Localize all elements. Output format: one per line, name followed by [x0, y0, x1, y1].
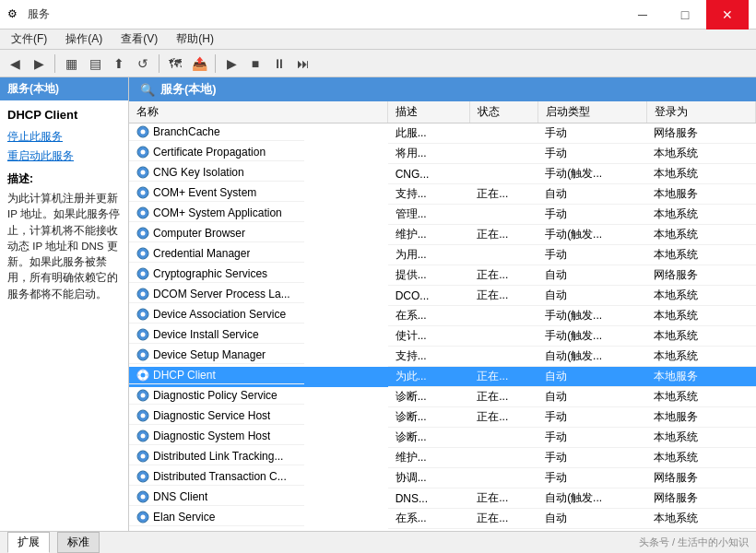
table-row[interactable]: Device Install Service 使计... 手动(触发... 本地…	[129, 326, 756, 347]
table-row[interactable]: DCOM Server Process La... DCO... 正在... 自…	[129, 286, 756, 306]
svg-rect-107	[147, 476, 149, 477]
svg-rect-38	[142, 248, 143, 251]
cell-startup: 自动	[537, 509, 646, 529]
menu-view[interactable]: 查看(V)	[113, 29, 165, 49]
back-button[interactable]: ◀	[4, 53, 26, 75]
svg-rect-16	[137, 171, 140, 172]
table-row[interactable]: Elan Service 在系... 正在... 自动 本地系统	[129, 509, 756, 529]
col-status[interactable]: 状态	[469, 101, 537, 124]
table-row[interactable]: Cryptographic Services 提供... 正在... 自动 网络…	[129, 265, 756, 286]
table-row[interactable]: Device Setup Manager 支持... 自动(触发... 本地系统	[129, 347, 756, 367]
menu-action[interactable]: 操作(A)	[58, 29, 110, 49]
map-button[interactable]: 🗺	[164, 53, 186, 75]
pause-button[interactable]: ⏸	[268, 53, 290, 75]
table-header-row: 名称 描述 状态 启动类型 登录为	[129, 101, 756, 124]
play-button[interactable]: ▶	[220, 53, 242, 75]
service-icon	[136, 206, 149, 219]
cell-status: 正在...	[469, 286, 537, 306]
cell-startup: 手动	[537, 448, 646, 468]
svg-rect-10	[137, 151, 140, 152]
up-button[interactable]: ⬆	[108, 53, 130, 75]
cell-logon: 本地服务	[646, 367, 755, 387]
svg-rect-41	[147, 253, 149, 253]
col-desc[interactable]: 描述	[388, 101, 470, 124]
tab-standard[interactable]: 标准	[57, 532, 100, 553]
cell-startup: 手动	[537, 407, 646, 428]
view-button-1[interactable]: ▦	[60, 53, 82, 75]
forward-button[interactable]: ▶	[28, 53, 50, 75]
table-row[interactable]: Diagnostic System Host 诊断... 手动 本地系统	[129, 428, 756, 448]
svg-rect-34	[137, 232, 140, 233]
maximize-button[interactable]: □	[664, 0, 706, 29]
col-name[interactable]: 名称	[129, 101, 388, 124]
svg-rect-4	[137, 131, 140, 132]
table-row[interactable]: Certificate Propagation 将用... 手动 本地系统	[129, 144, 756, 164]
table-row[interactable]: Diagnostic Service Host 诊断... 正在... 手动 本…	[129, 407, 756, 428]
restart-service-link[interactable]: 重启动此服务	[7, 148, 121, 164]
cell-logon: 本地系统	[646, 326, 755, 347]
svg-point-43	[141, 271, 146, 276]
svg-rect-110	[142, 491, 143, 494]
table-scroll-area[interactable]: 名称 描述 状态 启动类型 登录为 BranchCache 此服... 手动 网…	[129, 101, 756, 531]
cell-logon: 本地服务	[646, 184, 755, 205]
cell-logon: 本地服务	[646, 407, 755, 428]
table-row[interactable]: CNG Key Isolation CNG... 手动(触发... 本地系统	[129, 164, 756, 184]
table-row[interactable]: Device Association Service 在系... 手动(触发..…	[129, 306, 756, 326]
menu-help[interactable]: 帮助(H)	[169, 29, 221, 49]
toolbar-sep-1	[54, 54, 55, 73]
service-icon	[136, 450, 149, 463]
cell-desc: 诊断...	[388, 387, 470, 407]
cell-name: Cryptographic Services	[129, 265, 304, 283]
table-row[interactable]: Computer Browser 维护... 正在... 手动(触发... 本地…	[129, 225, 756, 245]
col-logon[interactable]: 登录为	[646, 101, 755, 124]
svg-point-13	[141, 170, 146, 174]
svg-rect-83	[147, 394, 149, 395]
svg-rect-9	[142, 155, 143, 158]
svg-rect-35	[147, 232, 149, 233]
svg-rect-69	[142, 358, 143, 360]
tab-extend[interactable]: 扩展	[7, 532, 50, 553]
cell-logon: 本地系统	[646, 245, 755, 265]
minimize-button[interactable]: ─	[621, 0, 664, 29]
title-bar-left: ⚙ 服务	[7, 6, 50, 22]
stop-service-link[interactable]: 停止此服务	[7, 129, 121, 145]
table-row[interactable]: Distributed Link Tracking... 维护... 手动 本地…	[129, 448, 756, 468]
menu-file[interactable]: 文件(F)	[4, 29, 54, 49]
export-button[interactable]: 📤	[188, 53, 210, 75]
table-row[interactable]: DHCP Client 为此... 正在... 自动 本地服务	[129, 367, 756, 387]
col-startup[interactable]: 启动类型	[537, 101, 646, 124]
cell-name: Device Setup Manager	[129, 347, 304, 364]
svg-rect-45	[142, 276, 143, 279]
table-row[interactable]: Distributed Transaction C... 协调... 手动 网络…	[129, 468, 756, 488]
close-button[interactable]: ✕	[706, 0, 749, 29]
cell-status: 正在...	[469, 387, 537, 407]
table-row[interactable]: Credential Manager 为用... 手动 本地系统	[129, 245, 756, 265]
svg-rect-51	[142, 297, 143, 300]
svg-rect-86	[142, 410, 143, 413]
svg-point-37	[141, 251, 146, 255]
cell-logon: 本地系统	[646, 144, 755, 164]
cell-name: Device Association Service	[129, 306, 304, 324]
sidebar: 服务(本地) DHCP Client 停止此服务 重启动此服务 描述: 为此计算…	[0, 77, 129, 531]
table-row[interactable]: Diagnostic Policy Service 诊断... 正在... 自动…	[129, 387, 756, 407]
cell-logon: 本地系统	[646, 164, 755, 184]
service-icon	[136, 348, 149, 361]
sidebar-desc-label: 描述:	[7, 171, 121, 187]
table-row[interactable]: COM+ System Application 管理... 手动 本地系统	[129, 205, 756, 225]
cell-status	[469, 306, 537, 326]
stop-button[interactable]: ■	[244, 53, 266, 75]
cell-name: Computer Browser	[129, 225, 304, 242]
table-row[interactable]: BranchCache 此服... 手动 网络服务	[129, 124, 756, 144]
skip-button[interactable]: ⏭	[292, 53, 314, 75]
svg-rect-59	[147, 313, 149, 314]
table-row[interactable]: DNS Client DNS... 正在... 自动(触发... 网络服务	[129, 488, 756, 509]
view-button-2[interactable]: ▤	[84, 53, 106, 75]
service-icon	[136, 247, 149, 260]
toolbar-sep-3	[215, 54, 216, 73]
cell-logon: 本地系统	[646, 306, 755, 326]
cell-startup: 手动	[537, 468, 646, 488]
right-panel: 🔍 服务(本地) 名称 描述 状态 启动类型 登录为	[129, 77, 756, 531]
refresh-button[interactable]: ↺	[132, 53, 154, 75]
table-row[interactable]: COM+ Event System 支持... 正在... 自动 本地服务	[129, 184, 756, 205]
svg-rect-57	[142, 317, 143, 320]
